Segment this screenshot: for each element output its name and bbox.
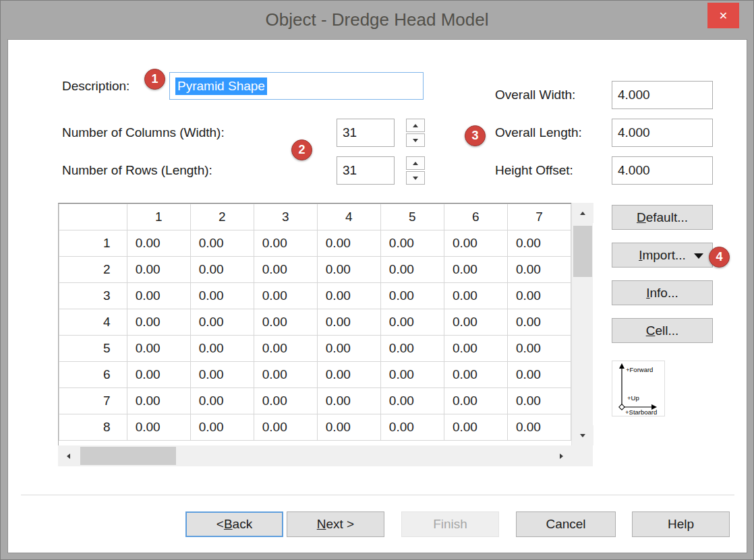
grid-cell[interactable]: 0.00: [380, 257, 444, 283]
back-button[interactable]: < Back: [185, 511, 283, 537]
grid-cell[interactable]: 0.00: [127, 388, 190, 414]
vertical-scroll-thumb[interactable]: [573, 226, 592, 277]
grid-cell[interactable]: 0.00: [254, 257, 317, 283]
grid-cell[interactable]: 0.00: [444, 283, 507, 309]
cancel-button[interactable]: Cancel: [516, 511, 616, 537]
grid-cell[interactable]: 0.00: [190, 309, 254, 336]
grid-cell[interactable]: 0.00: [190, 283, 254, 309]
grid-column-header[interactable]: 4: [317, 204, 380, 230]
grid-cell[interactable]: 0.00: [127, 414, 190, 441]
grid-cell[interactable]: 0.00: [317, 414, 380, 441]
grid-cell[interactable]: 0.00: [380, 283, 444, 309]
grid-cell[interactable]: 0.00: [507, 362, 571, 388]
grid-cell[interactable]: 0.00: [380, 309, 444, 336]
grid-row-header[interactable]: 4: [59, 309, 127, 336]
scroll-down-button[interactable]: [572, 425, 593, 445]
close-icon: ✕: [719, 9, 728, 22]
grid-row-header[interactable]: 2: [59, 257, 127, 283]
grid-column-header[interactable]: 3: [254, 204, 317, 230]
grid-cell[interactable]: 0.00: [127, 257, 190, 283]
grid-row-header[interactable]: 7: [59, 388, 127, 414]
grid-horizontal-scrollbar[interactable]: [58, 445, 571, 466]
scroll-up-button[interactable]: [572, 203, 593, 223]
grid-cell[interactable]: 0.00: [507, 230, 571, 257]
grid-cell[interactable]: 0.00: [317, 388, 380, 414]
grid-row-header[interactable]: 1: [59, 230, 127, 257]
grid-column-header[interactable]: 6: [444, 204, 507, 230]
grid-cell[interactable]: 0.00: [444, 230, 507, 257]
scroll-left-button[interactable]: [58, 445, 78, 466]
grid-cell[interactable]: 0.00: [190, 257, 254, 283]
grid-column-header[interactable]: 5: [380, 204, 444, 230]
grid-cell[interactable]: 0.00: [317, 283, 380, 309]
grid-cell[interactable]: 0.00: [317, 336, 380, 362]
grid-cell[interactable]: 0.00: [444, 388, 507, 414]
grid-cell[interactable]: 0.00: [380, 388, 444, 414]
grid-cell[interactable]: 0.00: [190, 362, 254, 388]
grid-cell[interactable]: 0.00: [190, 414, 254, 441]
grid-cell[interactable]: 0.00: [444, 414, 507, 441]
grid-cell[interactable]: 0.00: [254, 309, 317, 336]
grid-cell[interactable]: 0.00: [317, 362, 380, 388]
scroll-right-button[interactable]: [551, 445, 571, 466]
num-rows-input[interactable]: 31: [337, 156, 395, 185]
description-input[interactable]: Pyramid Shape: [169, 72, 424, 100]
grid-row-header[interactable]: 8: [59, 414, 127, 441]
grid-row-header[interactable]: 3: [59, 283, 127, 309]
grid-cell[interactable]: 0.00: [444, 257, 507, 283]
grid-cell[interactable]: 0.00: [444, 336, 507, 362]
height-offset-input[interactable]: 4.000: [612, 156, 713, 185]
grid-cell[interactable]: 0.00: [254, 362, 317, 388]
grid-column-header[interactable]: 1: [127, 204, 190, 230]
info-button[interactable]: Info...: [612, 280, 713, 305]
grid-cell[interactable]: 0.00: [317, 257, 380, 283]
grid-cell[interactable]: 0.00: [190, 230, 254, 257]
num-columns-input[interactable]: 31: [337, 119, 395, 147]
grid-cell[interactable]: 0.00: [254, 414, 317, 441]
help-button[interactable]: Help: [632, 511, 730, 537]
grid-cell[interactable]: 0.00: [127, 362, 190, 388]
grid-cell[interactable]: 0.00: [254, 230, 317, 257]
grid-cell[interactable]: 0.00: [380, 230, 444, 257]
horizontal-scroll-thumb[interactable]: [80, 447, 176, 465]
grid-cell[interactable]: 0.00: [317, 309, 380, 336]
grid-cell[interactable]: 0.00: [507, 309, 571, 336]
grid-cell[interactable]: 0.00: [254, 283, 317, 309]
grid-cell[interactable]: 0.00: [317, 230, 380, 257]
cell-button[interactable]: Cell...: [612, 318, 713, 343]
grid-cell[interactable]: 0.00: [127, 309, 190, 336]
grid-cell[interactable]: 0.00: [127, 283, 190, 309]
num-columns-spin-down-button[interactable]: [406, 133, 425, 147]
num-rows-spin-up-button[interactable]: [406, 156, 425, 170]
import-button[interactable]: Import...: [612, 243, 713, 268]
grid-cell[interactable]: 0.00: [127, 336, 190, 362]
grid-cell[interactable]: 0.00: [380, 336, 444, 362]
overall-length-input[interactable]: 4.000: [612, 119, 713, 147]
num-columns-spin-up-button[interactable]: [406, 119, 425, 132]
grid-cell[interactable]: 0.00: [444, 309, 507, 336]
grid-vertical-scrollbar[interactable]: [571, 203, 593, 445]
grid-cell[interactable]: 0.00: [507, 414, 571, 441]
grid-cell[interactable]: 0.00: [254, 388, 317, 414]
grid-cell[interactable]: 0.00: [507, 388, 571, 414]
grid-column-header[interactable]: 7: [507, 204, 571, 230]
close-button[interactable]: ✕: [707, 3, 739, 28]
grid-cell[interactable]: 0.00: [507, 283, 571, 309]
grid-cell[interactable]: 0.00: [380, 362, 444, 388]
grid-cell[interactable]: 0.00: [507, 336, 571, 362]
grid-cell[interactable]: 0.00: [127, 230, 190, 257]
num-rows-spin-down-button[interactable]: [406, 171, 425, 185]
grid-cell[interactable]: 0.00: [190, 388, 254, 414]
overall-width-input[interactable]: 4.000: [612, 81, 713, 109]
height-grid-table: 123456710.000.000.000.000.000.000.0020.0…: [59, 204, 571, 441]
grid-cell[interactable]: 0.00: [254, 336, 317, 362]
next-button[interactable]: Next >: [287, 511, 384, 537]
grid-column-header[interactable]: 2: [190, 204, 254, 230]
grid-cell[interactable]: 0.00: [380, 414, 444, 441]
grid-row-header[interactable]: 5: [59, 336, 127, 362]
grid-cell[interactable]: 0.00: [507, 257, 571, 283]
grid-cell[interactable]: 0.00: [444, 362, 507, 388]
grid-cell[interactable]: 0.00: [190, 336, 254, 362]
default-button[interactable]: Default...: [612, 205, 713, 230]
grid-row-header[interactable]: 6: [59, 362, 127, 388]
